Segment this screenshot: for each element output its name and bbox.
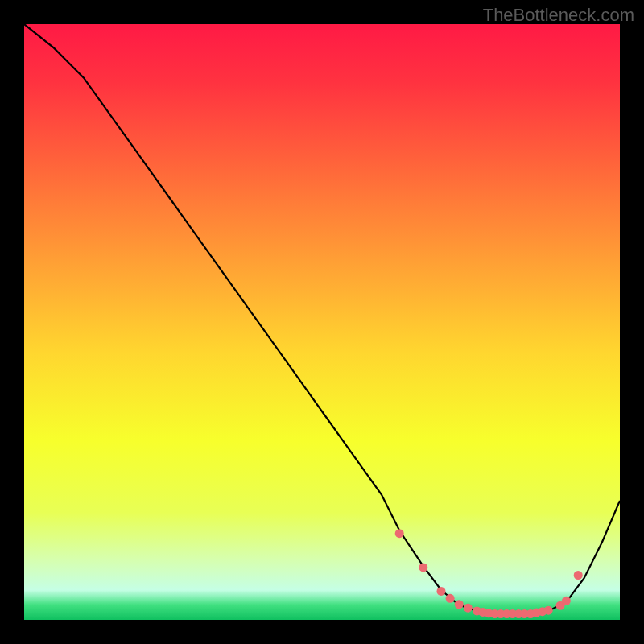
highlight-marker [464,604,473,613]
highlight-marker [455,600,464,609]
highlight-marker [562,597,571,605]
highlight-marker [395,529,404,538]
gradient-background [24,24,620,620]
highlight-marker [437,587,446,596]
highlight-marker [574,571,583,580]
highlight-marker [419,563,427,572]
chart-svg [24,24,620,620]
highlight-marker [446,594,455,603]
watermark-text: TheBottleneck.com [483,5,634,26]
chart-plot-area [24,24,620,620]
highlight-marker [544,606,553,615]
